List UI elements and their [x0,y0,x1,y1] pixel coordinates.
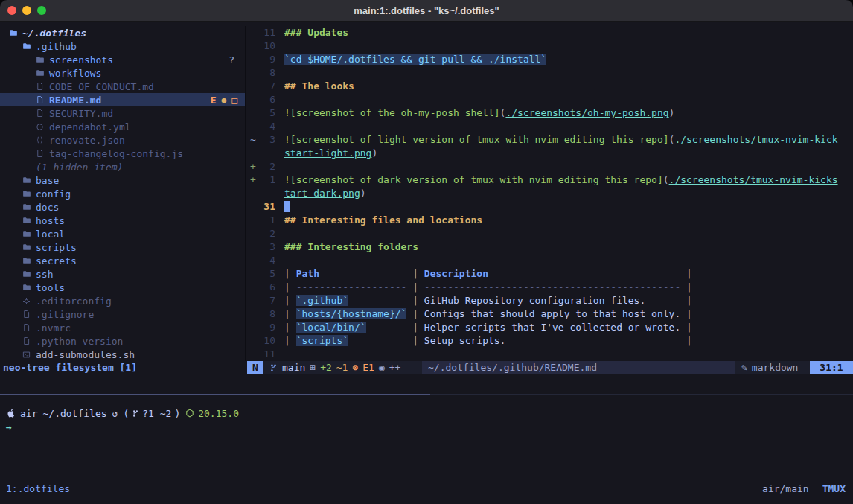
editor-line[interactable]: 4 [247,254,853,267]
tree-item-ssh[interactable]: ssh [0,267,245,281]
tree-item-label: .editorconfig [36,296,112,307]
editor-line[interactable]: 11 [247,348,853,361]
shell-prompt[interactable]: air ~/.dotfiles ↺ ( ?1 ~2 ) 20.15.0 [6,406,239,420]
tree-item-label: README.md [49,95,101,106]
node-version: 20.15.0 [198,408,239,419]
line-text: | ------------------- | ----------------… [284,281,692,294]
editor-line[interactable]: 7| `.github` | GitHub Repository configu… [247,294,853,307]
tree-item-code-of-conduct[interactable]: CODE_OF_CONDUCT.md [0,80,245,93]
line-text: | `scripts` | Setup scripts. | [284,334,692,348]
editor-line[interactable]: 6| ------------------- | ---------------… [247,281,853,294]
editor-line[interactable]: 4 [247,120,853,133]
editor-line[interactable]: 10| `scripts` | Setup scripts. | [247,334,853,348]
table-pipe: | [284,281,296,293]
tree-item-renovate[interactable]: renovate.json [0,133,245,147]
table-divider: ------------------- [296,281,407,293]
tree-item-dotfiles-root[interactable]: ~/.dotfiles [0,26,245,39]
tree-item-label: scripts [36,242,77,253]
editor-line-current[interactable]: 31 [247,200,853,214]
line-text: | Path | Description | [284,267,692,281]
table-inline-code: `local/bin/` [296,322,366,333]
tree-item-label: .gitignore [36,309,94,320]
tree-item-docs[interactable]: docs [0,200,245,214]
editor-line[interactable]: 9`cd $HOME/.dotfiles && git pull && ./in… [247,53,853,66]
tree-item-python-version[interactable]: .python-version [0,334,245,348]
editor-line[interactable]: +2 [247,160,853,173]
tree-item-add-submodules[interactable]: add-submodules.sh [0,348,245,361]
editor-line-wrap[interactable]: tart-dark.png) [247,187,853,200]
editor-line[interactable]: 5| Path | Description | [247,267,853,281]
python-file-icon [22,336,36,345]
tree-item-base[interactable]: base [0,173,245,187]
line-text [284,200,290,214]
line-number: 5 [259,267,275,281]
editor-line[interactable]: 1## Interesting files and locations [247,214,853,227]
refresh-icon: ↺ [112,408,118,419]
editor-line[interactable]: 2 [247,227,853,240]
table-pipe: | [406,308,424,319]
editor-line[interactable]: 10 [247,39,853,53]
line-text: start-light.png) [284,147,377,160]
zoom-button[interactable] [37,6,46,15]
close-button[interactable] [7,6,16,15]
table-pipe: | [406,281,424,293]
node-segment: 20.15.0 [185,408,239,419]
editor-line[interactable]: 9| `local/bin/` | Helper scripts that I'… [247,321,853,334]
tree-item-dependabot[interactable]: dependabot.yml [0,120,245,133]
modified-dot-badge: ● [222,95,227,105]
tree-item-tools[interactable]: tools [0,281,245,294]
line-number: 9 [259,321,275,334]
diff-added: +2 [320,361,332,374]
tree-item-hosts[interactable]: hosts [0,214,245,227]
tree-item-label: ~/.dotfiles [22,28,86,39]
line-text: ![screenshot of light version of tmux wi… [284,133,838,147]
editor-line[interactable]: 8| `hosts/{hostname}/` | Configs that sh… [247,307,853,321]
tree-item-github[interactable]: .github [0,39,245,53]
line-number: 1 [259,214,275,227]
editor-line[interactable]: 11### Updates [247,26,853,39]
git-untracked-badge: ? [229,54,234,66]
tmux-status-right: air/main TMUX [762,482,846,496]
editor-line[interactable]: ~3![screenshot of light version of tmux … [247,133,853,147]
folder-icon [22,216,36,225]
statusline: N main ⊞ +2 ~1 ⊗ E1 ◉ ++ ~/.dotfiles/.gi… [247,361,853,374]
tree-item-secrets[interactable]: secrets [0,254,245,267]
line-text: | `hosts/{hostname}/` | Configs that sho… [284,307,692,321]
minimize-button[interactable] [22,6,31,15]
tree-item-hidden-count[interactable]: (1 hidden item) [0,160,245,173]
tree-item-label: docs [36,202,59,213]
tree-item-config[interactable]: config [0,187,245,200]
tree-item-scripts[interactable]: scripts [0,240,245,254]
tmux-pane-divider-active[interactable] [0,394,430,395]
editor-line-wrap[interactable]: start-light.png) [247,147,853,160]
tmux-session-name: air/main [762,482,809,496]
misc-icon: ◉ [379,361,385,374]
tree-item-tag-changelog[interactable]: tag-changelog-config.js [0,147,245,160]
tree-item-gitignore[interactable]: .gitignore [0,307,245,321]
table-inline-code: `.github` [296,295,348,306]
tree-item-nvmrc[interactable]: .nvmrc [0,321,245,334]
editor-line[interactable]: +1![screenshot of dark version of tmux w… [247,173,853,187]
gutter-sign [247,307,259,321]
tree-item-editorconfig[interactable]: .editorconfig [0,294,245,307]
tree-item-screenshots[interactable]: screenshots ? [0,53,245,66]
line-text: ## Interesting files and locations [284,214,482,227]
table-pipe: | [505,335,691,346]
titlebar[interactable]: main:1:.dotfiles - "ks~/.dotfiles" [0,0,853,22]
tree-item-security[interactable]: SECURITY.md [0,106,245,120]
prompt-arrow[interactable]: → [6,421,12,434]
tree-item-readme[interactable]: README.md E ● □ [0,93,245,106]
tree-item-workflows[interactable]: workflows [0,66,245,80]
editor-line[interactable]: 6 [247,93,853,106]
tree-item-local[interactable]: local [0,227,245,240]
editor-line[interactable]: 3### Interesting folders [247,240,853,254]
table-pipe: | [284,335,296,346]
folder-open-icon [9,28,22,37]
tmux-window-tab[interactable]: 1:.dotfiles [6,482,70,496]
git-open-paren: ( [123,408,129,419]
editor-line[interactable]: 5![screenshot of the oh-my-posh shell](.… [247,106,853,120]
editor-line[interactable]: 7## The looks [247,80,853,93]
folder-icon [22,283,36,292]
editor-line[interactable]: 8 [247,66,853,80]
table-pipe: | [284,308,296,319]
